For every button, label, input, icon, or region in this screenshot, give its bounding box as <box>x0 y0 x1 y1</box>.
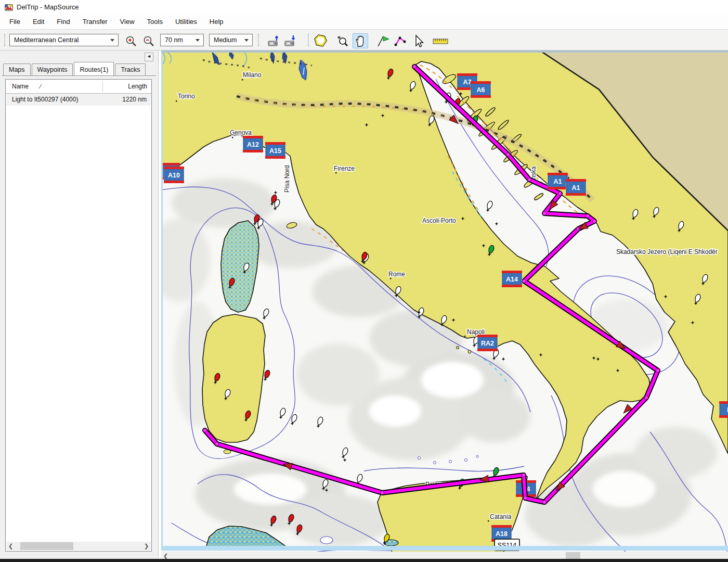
menu-item-transfer[interactable]: Transfer <box>76 15 114 29</box>
selection-arrow-tool-button[interactable] <box>410 33 426 48</box>
column-divider[interactable] <box>102 81 103 92</box>
menu-item-tools[interactable]: Tools <box>141 15 169 29</box>
route-vertex[interactable] <box>215 442 218 445</box>
route-vertex[interactable] <box>523 496 527 500</box>
map-label: Catania <box>490 513 512 520</box>
titlebar: DelTrip - MapSource <box>0 0 728 15</box>
zoom-out-button[interactable] <box>141 33 157 48</box>
route-vertex[interactable] <box>522 279 526 283</box>
window-bottom-edge <box>0 559 728 562</box>
scrollbar-thumb[interactable] <box>20 542 73 550</box>
svg-text:A7: A7 <box>463 79 472 86</box>
menu-item-view[interactable]: View <box>114 15 141 29</box>
map-product-combobox[interactable]: Mediterranean Central <box>9 34 119 46</box>
svg-text:RA2: RA2 <box>481 340 494 347</box>
svg-text:A14: A14 <box>506 276 518 283</box>
city-dot-icon <box>464 336 465 337</box>
route-vertex[interactable] <box>527 177 531 181</box>
route-vertex[interactable] <box>542 211 546 215</box>
menu-item-edit[interactable]: Edit <box>27 15 50 29</box>
highway-badge: A14 <box>502 271 522 287</box>
toolbar-grip[interactable] <box>258 34 262 46</box>
menu-item-utilities[interactable]: Utilities <box>169 15 203 29</box>
map-label: Firenze <box>334 165 355 172</box>
highway-badge: A6 <box>471 81 491 98</box>
route-vertex[interactable] <box>542 500 546 504</box>
column-header-length[interactable]: Length <box>128 83 147 90</box>
route-vertex[interactable] <box>592 219 596 223</box>
map-view[interactable]: MilanoTorinoGenovaFirenzePisa NordAscoli… <box>161 50 728 562</box>
receive-from-device-button[interactable] <box>282 33 298 48</box>
menu-item-help[interactable]: Help <box>203 15 230 29</box>
tab-divider <box>2 75 156 76</box>
map-label: Pisa Nord <box>283 165 291 193</box>
zoom-tool-icon <box>336 34 349 48</box>
scroll-left-icon[interactable]: ❮ <box>6 542 15 551</box>
svg-text:A10: A10 <box>168 172 180 179</box>
measure-ruler-tool-button[interactable] <box>431 33 450 48</box>
column-header-name[interactable]: Name <box>12 83 29 90</box>
zoom-in-button[interactable] <box>123 33 139 48</box>
highway-badge: A12 <box>243 136 263 152</box>
highway-badge: B <box>719 401 728 418</box>
tab-routes[interactable]: Routes(1) <box>74 62 114 75</box>
panel-collapse-button[interactable]: ◄ <box>145 53 153 61</box>
chevron-down-icon <box>196 39 200 42</box>
map-product-value: Mediterranean Central <box>14 36 79 44</box>
route-vertex[interactable] <box>412 65 416 68</box>
sidebar-panel: ◄ MapsWaypointsRoutes(1)Tracks Name ∕ Le… <box>0 50 159 562</box>
svg-text:A12: A12 <box>247 141 259 148</box>
svg-text:A1: A1 <box>572 184 580 191</box>
tab-maps[interactable]: Maps <box>3 63 31 75</box>
waypoint-flag-tool-button[interactable] <box>374 33 390 48</box>
sidebar-horizontal-scrollbar[interactable]: ❮ ❯ <box>6 542 151 551</box>
map-tool-button[interactable] <box>313 33 328 48</box>
menu-bar: FileEditFindTransferViewToolsUtilitiesHe… <box>0 15 728 29</box>
menu-item-file[interactable]: File <box>3 15 27 29</box>
route-vertex[interactable] <box>380 491 384 494</box>
route-vertex[interactable] <box>558 191 562 195</box>
menu-item-find[interactable]: Find <box>50 15 76 29</box>
hand-tool-icon <box>354 34 367 48</box>
svg-text:A18: A18 <box>496 530 508 538</box>
route-vertex[interactable] <box>522 473 525 477</box>
map-top-border <box>161 50 728 53</box>
route-vertex[interactable] <box>203 428 206 432</box>
route-vertex[interactable] <box>586 214 589 218</box>
measure-ruler-tool-icon <box>432 34 449 48</box>
mapsource-app-icon <box>5 3 13 11</box>
route-length: 1220 nm <box>122 96 147 103</box>
tab-tracks[interactable]: Tracks <box>115 63 146 75</box>
route-row[interactable]: Light to It500297 (4000) 1220 nm <box>6 94 151 106</box>
sort-ascending-icon: ∕ <box>40 83 41 90</box>
send-to-device-icon <box>267 34 280 48</box>
route-tool-button[interactable] <box>392 33 408 48</box>
route-vertex[interactable] <box>656 368 659 372</box>
toolbar-grip[interactable] <box>308 34 311 46</box>
zoom-in-icon <box>125 35 137 47</box>
scroll-right-icon[interactable]: ❯ <box>142 542 151 551</box>
window-title: DelTrip - MapSource <box>17 3 79 11</box>
sidebar-tabs: MapsWaypointsRoutes(1)Tracks <box>3 61 147 75</box>
toolbar-grip[interactable] <box>4 34 8 46</box>
tab-waypoints[interactable]: Waypoints <box>32 63 73 75</box>
hand-tool-button[interactable] <box>353 33 368 48</box>
route-vertex[interactable] <box>506 152 510 156</box>
detail-level-value: Medium <box>214 36 237 44</box>
selection-arrow-tool-icon <box>411 34 425 48</box>
detail-level-combobox[interactable]: Medium <box>209 34 253 46</box>
land-sardinia <box>202 314 265 442</box>
toolbar: Mediterranean Central 70 nm Medium <box>0 29 728 50</box>
send-to-device-button[interactable] <box>266 33 281 48</box>
zoom-scale-combobox[interactable]: 70 nm <box>160 34 204 46</box>
highway-badge: A1 <box>548 173 568 189</box>
highway-badge: RA2 <box>477 335 498 351</box>
receive-from-device-icon <box>283 34 297 48</box>
route-vertex[interactable] <box>644 395 648 399</box>
map-canvas[interactable]: MilanoTorinoGenovaFirenzePisa NordAscoli… <box>161 50 728 562</box>
routes-list[interactable]: Name ∕ Length Light to It500297 (4000) 1… <box>5 79 152 552</box>
map-label: Milano <box>243 71 262 79</box>
zoom-tool-button[interactable] <box>335 33 350 48</box>
city-dot-icon <box>232 137 233 138</box>
map-tool-icon <box>314 34 327 48</box>
